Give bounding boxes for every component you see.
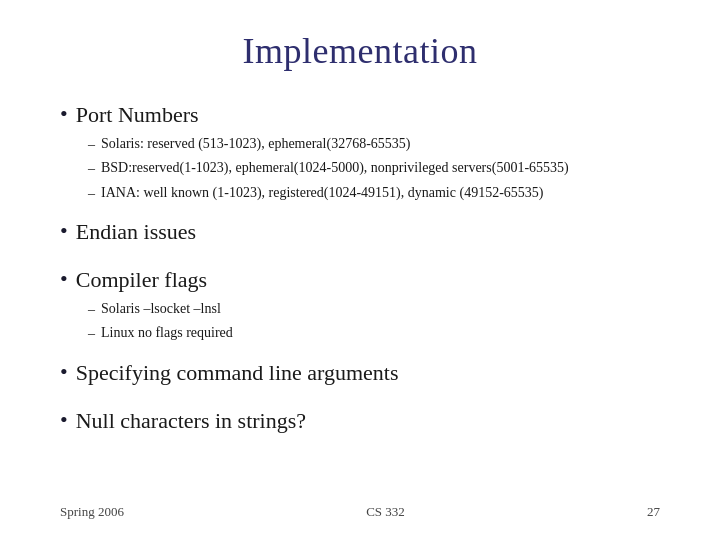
bullet-group-port-numbers: • Port Numbers – Solaris: reserved (513-… [60, 100, 660, 203]
sub-bullet-1: – Solaris: reserved (513-1023), ephemera… [88, 134, 660, 155]
sub-text-compiler-1: Solaris –lsocket –lnsl [101, 299, 221, 319]
bullet-dot: • [60, 100, 68, 129]
bullet-item-null: • Null characters in strings? [60, 406, 660, 436]
sub-bullets-port-numbers: – Solaris: reserved (513-1023), ephemera… [88, 134, 660, 204]
bullet-group-endian: • Endian issues [60, 217, 660, 251]
sub-dash: – [88, 135, 95, 155]
bullet-group-null: • Null characters in strings? [60, 406, 660, 440]
sub-text-2: BSD:reserved(1-1023), ephemeral(1024-500… [101, 158, 569, 178]
sub-dash: – [88, 159, 95, 179]
bullet-item-cmdline: • Specifying command line arguments [60, 358, 660, 388]
sub-dash: – [88, 300, 95, 320]
slide-footer: Spring 2006 CS 332 27 [60, 494, 660, 520]
sub-dash: – [88, 324, 95, 344]
sub-text-compiler-2: Linux no flags required [101, 323, 233, 343]
bullet-text-null: Null characters in strings? [76, 406, 306, 436]
bullet-text-endian: Endian issues [76, 217, 196, 247]
sub-bullet-compiler-1: – Solaris –lsocket –lnsl [88, 299, 660, 320]
sub-text-1: Solaris: reserved (513-1023), ephemeral(… [101, 134, 410, 154]
slide-title: Implementation [60, 30, 660, 72]
bullet-text-port-numbers: Port Numbers [76, 100, 199, 130]
bullet-dot: • [60, 265, 68, 294]
sub-dash: – [88, 184, 95, 204]
bullet-text-compiler: Compiler flags [76, 265, 207, 295]
bullet-dot: • [60, 406, 68, 435]
bullet-item-compiler: • Compiler flags [60, 265, 660, 295]
sub-text-3: IANA: well known (1-1023), registered(10… [101, 183, 543, 203]
slide: Implementation • Port Numbers – Solaris:… [0, 0, 720, 540]
bullet-item-endian: • Endian issues [60, 217, 660, 247]
slide-content: • Port Numbers – Solaris: reserved (513-… [60, 100, 660, 494]
sub-bullets-compiler: – Solaris –lsocket –lnsl – Linux no flag… [88, 299, 660, 344]
sub-bullet-3: – IANA: well known (1-1023), registered(… [88, 183, 660, 204]
footer-left: Spring 2006 [60, 504, 124, 520]
bullet-group-compiler: • Compiler flags – Solaris –lsocket –lns… [60, 265, 660, 344]
bullet-text-cmdline: Specifying command line arguments [76, 358, 399, 388]
footer-center: CS 332 [366, 504, 405, 520]
footer-right: 27 [647, 504, 660, 520]
sub-bullet-compiler-2: – Linux no flags required [88, 323, 660, 344]
bullet-dot: • [60, 358, 68, 387]
bullet-group-cmdline: • Specifying command line arguments [60, 358, 660, 392]
bullet-item-port-numbers: • Port Numbers [60, 100, 660, 130]
bullet-dot: • [60, 217, 68, 246]
sub-bullet-2: – BSD:reserved(1-1023), ephemeral(1024-5… [88, 158, 660, 179]
